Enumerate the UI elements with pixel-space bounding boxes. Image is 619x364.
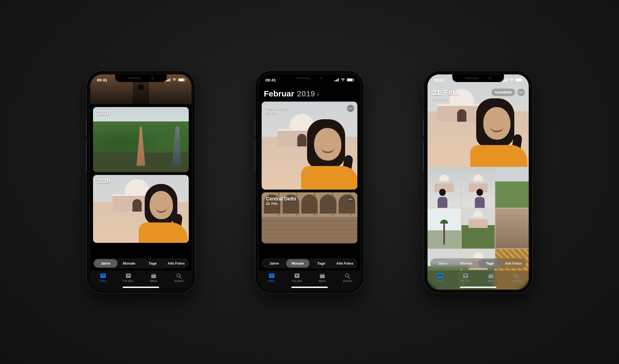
segment-all[interactable]: Alle Fotos xyxy=(165,259,188,268)
notch xyxy=(284,74,335,82)
photo-thumbnail[interactable] xyxy=(428,208,461,249)
tab-photos[interactable]: Fotos xyxy=(259,271,284,290)
year-card-2018[interactable]: 2018 xyxy=(93,107,189,172)
home-indicator[interactable] xyxy=(460,287,496,288)
screen: 09:41 2018 2019 xyxy=(90,74,191,290)
photo-thumbnail[interactable] xyxy=(495,208,529,249)
month-name: Februar xyxy=(264,89,294,98)
more-button[interactable]: ••• xyxy=(517,89,525,96)
status-time: 09:41 xyxy=(265,78,276,82)
more-button[interactable]: ••• xyxy=(347,105,354,112)
group-date: 21. Feb. xyxy=(266,111,289,115)
day-hero-photo[interactable] xyxy=(428,74,529,167)
svg-rect-17 xyxy=(489,274,493,274)
tab-label: Für dich xyxy=(292,280,302,283)
tab-label: Alben xyxy=(487,280,494,283)
svg-point-12 xyxy=(345,274,349,277)
svg-line-20 xyxy=(517,277,519,278)
segment-all[interactable]: Alle Fotos xyxy=(333,259,357,268)
chevron-right-icon: › xyxy=(317,91,318,98)
tab-search[interactable]: Suchen xyxy=(166,271,191,290)
screen: 09:41 xyxy=(428,74,529,290)
home-indicator[interactable] xyxy=(123,287,159,288)
month-year: 2019 xyxy=(297,89,315,98)
segment-days[interactable]: Tage xyxy=(310,259,333,268)
tab-photos[interactable]: Fotos xyxy=(428,271,453,290)
svg-point-19 xyxy=(514,274,517,277)
segment-months[interactable]: Monate xyxy=(286,259,310,268)
more-button[interactable]: ••• xyxy=(347,196,354,203)
search-icon xyxy=(513,273,519,279)
thumbnail-image xyxy=(93,175,189,243)
tab-label: Suchen xyxy=(512,280,521,283)
screen: 09:41 Februar 2019 › Neu-Delhi 21. Feb. xyxy=(259,74,360,290)
photo-thumbnail[interactable] xyxy=(428,167,461,208)
home-indicator[interactable] xyxy=(291,287,328,288)
segment-all[interactable]: Alle Fotos xyxy=(502,259,525,268)
svg-rect-8 xyxy=(270,274,274,277)
status-icons xyxy=(166,78,185,81)
tab-photos[interactable]: Fotos xyxy=(90,271,116,290)
tab-label: Suchen xyxy=(343,280,352,283)
battery-icon xyxy=(347,78,354,81)
status-time: 09:41 xyxy=(434,78,444,82)
photos-icon xyxy=(437,273,444,279)
tab-label: Fotos xyxy=(268,280,275,283)
photos-icon xyxy=(100,273,106,279)
year-label: 2019 xyxy=(97,178,110,185)
status-icons xyxy=(334,78,354,81)
battery-icon xyxy=(178,78,185,81)
content-months: Februar 2019 › Neu-Delhi 21. Feb. ••• xyxy=(259,74,360,290)
group-title: Neu-Delhi xyxy=(266,105,289,111)
wifi-icon xyxy=(509,78,514,81)
month-header[interactable]: Februar 2019 › xyxy=(264,89,319,98)
group-date: 22. Feb. xyxy=(266,202,296,206)
phone-years: 09:41 2018 2019 xyxy=(86,71,195,293)
svg-rect-18 xyxy=(488,275,493,278)
wifi-icon xyxy=(341,78,345,81)
svg-rect-1 xyxy=(101,274,105,277)
photo-thumbnail[interactable] xyxy=(462,167,495,208)
albums-icon xyxy=(150,273,157,279)
content-days: 21. Feb. Neu-Delhi Auswählen ••• xyxy=(428,74,529,290)
tab-search[interactable]: Suchen xyxy=(335,271,360,290)
segment-years[interactable]: Jahre xyxy=(94,259,117,268)
canvas: 09:41 2018 2019 xyxy=(0,0,619,364)
day-subtitle: Neu-Delhi xyxy=(432,97,459,101)
svg-rect-10 xyxy=(320,274,324,274)
group-title: Central Delhi xyxy=(266,196,296,202)
tab-label: Alben xyxy=(319,280,326,283)
segment-years[interactable]: Jahre xyxy=(262,259,286,268)
wifi-icon xyxy=(172,78,177,81)
svg-rect-15 xyxy=(438,274,442,277)
tab-label: Alben xyxy=(150,280,157,283)
month-group-centraldelhi[interactable]: Central Delhi 22. Feb. ••• xyxy=(262,192,357,243)
svg-line-6 xyxy=(180,277,181,278)
svg-point-5 xyxy=(177,274,180,277)
phone-months: 09:41 Februar 2019 › Neu-Delhi 21. Feb. xyxy=(255,71,364,293)
albums-icon xyxy=(488,273,494,279)
tab-label: Fotos xyxy=(100,280,106,283)
segment-months[interactable]: Monate xyxy=(455,259,478,268)
month-group-neudelhi[interactable]: Neu-Delhi 21. Feb. ••• xyxy=(262,102,357,190)
segment-months[interactable]: Monate xyxy=(117,259,141,268)
segment-years[interactable]: Jahre xyxy=(431,259,455,268)
day-header: 21. Feb. Neu-Delhi xyxy=(432,89,459,101)
for-you-icon xyxy=(125,273,132,279)
segment-days[interactable]: Tage xyxy=(141,259,165,268)
svg-line-13 xyxy=(348,277,350,278)
day-title: 21. Feb. xyxy=(432,89,459,97)
tab-label: Für dich xyxy=(460,280,470,283)
photo-thumbnail[interactable] xyxy=(495,167,529,208)
view-segmented-control: Jahre Monate Tage Alle Fotos xyxy=(430,258,526,268)
tab-label: Fotos xyxy=(437,280,444,283)
select-button[interactable]: Auswählen xyxy=(491,89,515,96)
view-segmented-control: Jahre Monate Tage Alle Fotos xyxy=(262,258,357,268)
search-icon xyxy=(344,273,351,279)
svg-rect-4 xyxy=(151,275,156,278)
tab-label: Suchen xyxy=(174,280,184,283)
year-card-2019[interactable]: 2019 xyxy=(93,175,189,243)
segment-days[interactable]: Tage xyxy=(478,259,502,268)
photo-thumbnail[interactable] xyxy=(462,208,495,249)
tab-search[interactable]: Suchen xyxy=(503,271,529,290)
